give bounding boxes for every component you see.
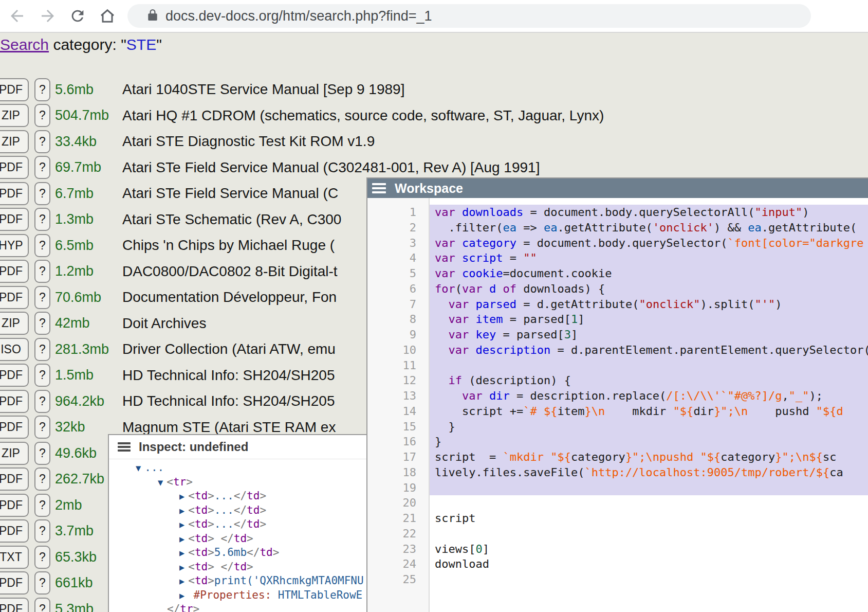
code-line-text[interactable]: views[0] xyxy=(430,542,868,557)
forward-icon[interactable] xyxy=(37,5,59,27)
file-type-button[interactable]: PDF xyxy=(0,364,29,387)
file-type-button[interactable]: ZIP xyxy=(0,442,29,465)
dom-tree-line[interactable]: ▶<td>...</td> xyxy=(109,517,379,532)
code-line-text[interactable] xyxy=(430,572,868,587)
code-line-text[interactable]: script = `mkdir "${category}";\npushd "$… xyxy=(430,449,868,465)
code-line[interactable]: 19 xyxy=(367,480,868,496)
info-button[interactable]: ? xyxy=(34,494,50,517)
dom-tree-line[interactable]: ▶<td> </td> xyxy=(109,560,379,574)
disclosure-triangle-icon[interactable]: ▼ xyxy=(136,463,141,473)
file-type-button[interactable]: PDF xyxy=(0,390,29,413)
code-line-text[interactable]: script +=`# ${item}\n mkdir "${dir}";\n … xyxy=(430,404,868,419)
code-line-text[interactable]: if (description) { xyxy=(430,373,868,388)
info-button[interactable]: ? xyxy=(34,104,50,127)
info-button[interactable]: ? xyxy=(34,546,50,569)
code-line-text[interactable]: var key = parsed[3] xyxy=(430,327,868,343)
disclosure-triangle-icon[interactable]: ▶ xyxy=(179,562,184,572)
code-line-text[interactable] xyxy=(430,526,868,542)
code-line-text[interactable]: var cookie=document.cookie xyxy=(430,266,868,281)
info-button[interactable]: ? xyxy=(34,571,50,595)
reload-icon[interactable] xyxy=(67,5,88,27)
code-line-text[interactable]: download xyxy=(430,556,868,572)
search-link[interactable]: Search xyxy=(0,36,49,53)
workspace-titlebar[interactable]: Workspace xyxy=(367,178,868,198)
file-type-button[interactable]: ZIP xyxy=(0,104,29,127)
file-type-button[interactable]: ZIP xyxy=(0,130,29,153)
file-type-button[interactable]: PDF xyxy=(0,494,29,517)
disclosure-triangle-icon[interactable]: ▶ xyxy=(179,548,184,558)
file-type-button[interactable]: PDF xyxy=(0,78,29,101)
disclosure-triangle-icon[interactable]: ▶ xyxy=(179,519,184,530)
code-line-text[interactable]: var item = parsed[1] xyxy=(430,312,868,327)
file-type-button[interactable]: PDF xyxy=(0,571,29,595)
dom-tree-line[interactable]: ▶<td>...</td> xyxy=(109,503,379,518)
info-button[interactable]: ? xyxy=(34,390,50,413)
code-line-text[interactable]: var downloads = document.body.querySelec… xyxy=(430,205,868,220)
file-type-button[interactable]: ISO xyxy=(0,338,29,361)
code-line[interactable]: 4var script = "" xyxy=(367,250,868,266)
code-line-text[interactable] xyxy=(430,480,868,496)
code-line[interactable]: 1var downloads = document.body.querySele… xyxy=(367,205,868,220)
code-line-text[interactable]: var script = "" xyxy=(430,250,868,266)
code-editor[interactable]: 1var downloads = document.body.querySele… xyxy=(367,198,868,612)
dom-tree[interactable]: ▼...▼<tr>▶<td>...</td>▶<td>...</td>▶<td>… xyxy=(109,459,379,612)
info-button[interactable]: ? xyxy=(34,78,50,101)
code-line[interactable]: 3var category = document.body.querySelec… xyxy=(367,236,868,251)
info-button[interactable]: ? xyxy=(34,598,50,612)
info-button[interactable]: ? xyxy=(34,312,50,335)
address-bar[interactable]: docs.dev-docs.org/htm/search.php?find=_1 xyxy=(127,4,811,28)
info-button[interactable]: ? xyxy=(34,208,50,231)
disclosure-triangle-icon[interactable]: ▶ xyxy=(179,590,190,601)
dom-tree-line[interactable]: ▶<td>print('QXRhcmkgMTA0MFNU xyxy=(109,574,379,588)
info-button[interactable]: ? xyxy=(34,364,50,387)
code-line[interactable]: 9 var key = parsed[3] xyxy=(367,327,868,343)
code-line[interactable]: 18lively.files.saveFile(`http://localhos… xyxy=(367,465,868,480)
dom-tree-line[interactable]: ▶ #Properties: HTMLTableRowE xyxy=(109,588,379,603)
code-lines[interactable]: 1var downloads = document.body.querySele… xyxy=(367,198,868,587)
dom-tree-line[interactable]: </tr> xyxy=(109,602,379,612)
code-line-text[interactable]: for(var d of downloads) { xyxy=(430,281,868,297)
dom-tree-line[interactable]: ▶<td> </td> xyxy=(109,532,379,546)
code-line-text[interactable]: } xyxy=(430,434,868,449)
dom-tree-line[interactable]: ▼... xyxy=(109,461,379,475)
home-icon[interactable] xyxy=(97,5,118,27)
info-button[interactable]: ? xyxy=(34,156,50,179)
menu-icon[interactable] xyxy=(372,181,386,195)
file-type-button[interactable]: PDF xyxy=(0,156,29,179)
code-line[interactable]: 2 .filter(ea => ea.getAttribute('onclick… xyxy=(367,220,868,236)
file-type-button[interactable]: HYP xyxy=(0,234,29,257)
code-line[interactable]: 17script = `mkdir "${category}";\npushd … xyxy=(367,449,868,465)
info-button[interactable]: ? xyxy=(34,286,50,309)
back-icon[interactable] xyxy=(6,5,28,27)
file-type-button[interactable]: PDF xyxy=(0,182,29,205)
menu-icon[interactable] xyxy=(118,441,131,454)
disclosure-triangle-icon[interactable]: ▶ xyxy=(179,491,184,501)
code-line-text[interactable]: .filter(ea => ea.getAttribute('onclick')… xyxy=(430,220,868,236)
code-line[interactable]: 10 var description = d.parentElement.par… xyxy=(367,343,868,358)
file-type-button[interactable]: PDF xyxy=(0,260,29,283)
file-type-button[interactable]: PDF xyxy=(0,467,29,491)
file-type-button[interactable]: PDF xyxy=(0,416,29,439)
info-button[interactable]: ? xyxy=(34,416,50,439)
code-line[interactable]: 22 xyxy=(367,526,868,542)
disclosure-triangle-icon[interactable]: ▶ xyxy=(179,576,184,586)
code-line-text[interactable]: script xyxy=(430,511,868,526)
code-line-text[interactable]: var parsed = d.getAttribute("onclick").s… xyxy=(430,297,868,312)
disclosure-triangle-icon[interactable]: ▶ xyxy=(179,534,184,544)
code-line[interactable]: 25 xyxy=(367,572,868,587)
info-button[interactable]: ? xyxy=(34,338,50,361)
code-line[interactable]: 5var cookie=document.cookie xyxy=(367,266,868,281)
code-line[interactable]: 6for(var d of downloads) { xyxy=(367,281,868,297)
code-line-text[interactable] xyxy=(430,495,868,511)
code-line[interactable]: 7 var parsed = d.getAttribute("onclick")… xyxy=(367,297,868,312)
dom-tree-line[interactable]: ▼<tr> xyxy=(109,475,379,490)
info-button[interactable]: ? xyxy=(34,442,50,465)
code-line-text[interactable] xyxy=(430,358,868,373)
code-line-text[interactable]: } xyxy=(430,419,868,435)
info-button[interactable]: ? xyxy=(34,182,50,205)
code-line[interactable]: 16} xyxy=(367,434,868,449)
code-line-text[interactable]: lively.files.saveFile(`http://localhost:… xyxy=(430,465,868,480)
file-type-button[interactable]: PDF xyxy=(0,519,29,543)
info-button[interactable]: ? xyxy=(34,260,50,283)
file-type-button[interactable]: PDF xyxy=(0,598,29,612)
